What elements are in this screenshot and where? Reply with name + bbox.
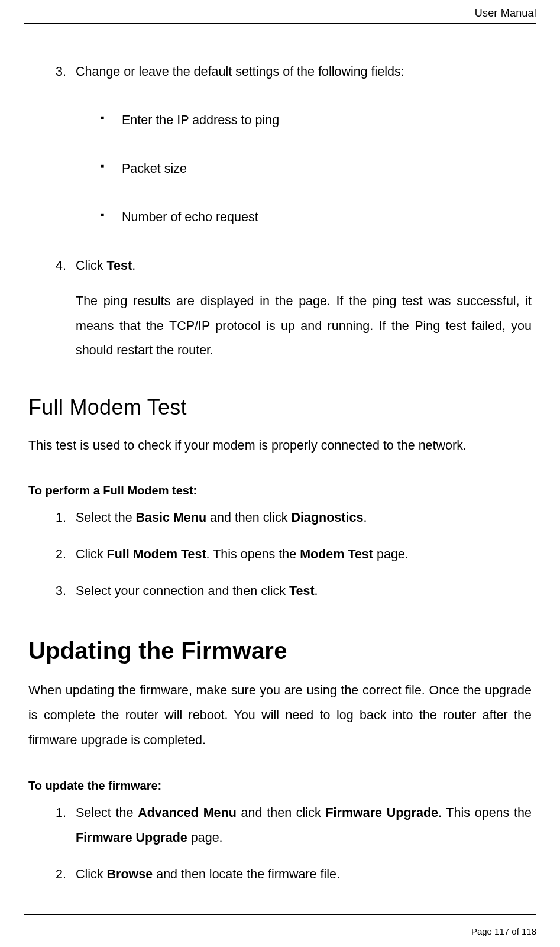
bold-text: Browse	[107, 867, 153, 881]
list-item: Click Browse and then locate the firmwar…	[70, 862, 532, 887]
text: .	[132, 258, 135, 273]
text: . This opens the	[438, 806, 532, 820]
text: Select your connection and then click	[76, 584, 289, 598]
sub-heading: To perform a Full Modem test:	[28, 479, 532, 502]
list-item: Click Test. The ping results are display…	[70, 254, 532, 364]
text: and then click	[237, 806, 326, 820]
text: page.	[187, 830, 223, 845]
ordered-list-1: Change or leave the default settings of …	[28, 60, 532, 363]
list-item: Packet size	[111, 157, 532, 182]
text: .	[363, 510, 367, 525]
ordered-list-2: Select the Basic Menu and then click Dia…	[28, 506, 532, 604]
text: Select the	[76, 806, 138, 820]
list-item: Select your connection and then click Te…	[70, 579, 532, 604]
text: Change or leave the default settings of …	[76, 64, 404, 79]
footer-rule	[24, 914, 536, 915]
text: Packet size	[122, 161, 187, 176]
paragraph: The ping results are displayed in the pa…	[76, 289, 532, 364]
paragraph: This test is used to check if your modem…	[28, 434, 532, 458]
bold-text: Full Modem Test	[107, 547, 206, 561]
text: Click	[76, 867, 107, 881]
list-item: Click Full Modem Test. This opens the Mo…	[70, 542, 532, 567]
content: Change or leave the default settings of …	[24, 24, 536, 887]
bullet-list: Enter the IP address to ping Packet size…	[76, 108, 532, 230]
text: Select the	[76, 510, 136, 525]
chapter-heading: Updating the Firmware	[28, 628, 532, 674]
bold-text: Test	[289, 584, 315, 598]
text: Number of echo request	[122, 210, 258, 224]
list-item: Select the Basic Menu and then click Dia…	[70, 506, 532, 531]
paragraph: When updating the firmware, make sure yo…	[28, 678, 532, 753]
list-item: Enter the IP address to ping	[111, 108, 532, 133]
sub-heading: To update the firmware:	[28, 774, 532, 797]
header-title: User Manual	[24, 0, 536, 23]
bold-text: Modem Test	[300, 547, 373, 561]
bold-text: Firmware Upgrade	[325, 806, 438, 820]
text: and then click	[206, 510, 291, 525]
text: .	[315, 584, 318, 598]
ordered-list-3: Select the Advanced Menu and then click …	[28, 801, 532, 887]
section-heading: Full Modem Test	[28, 387, 532, 428]
text: and then locate the firmware file.	[153, 867, 340, 881]
text: Enter the IP address to ping	[122, 113, 279, 127]
page-number: Page 117 of 118	[471, 926, 536, 936]
text: . This opens the	[206, 547, 300, 561]
text: Click	[76, 547, 107, 561]
list-item: Number of echo request	[111, 205, 532, 230]
bold-text: Advanced Menu	[138, 806, 237, 820]
bold-text: Firmware Upgrade	[76, 830, 187, 845]
list-item: Select the Advanced Menu and then click …	[70, 801, 532, 851]
bold-text: Basic Menu	[136, 510, 206, 525]
bold-text: Diagnostics	[292, 510, 364, 525]
text: page.	[373, 547, 409, 561]
text: Click	[76, 258, 107, 273]
list-item: Change or leave the default settings of …	[70, 60, 532, 230]
bold-text: Test	[107, 258, 132, 273]
page: User Manual Change or leave the default …	[0, 0, 560, 947]
